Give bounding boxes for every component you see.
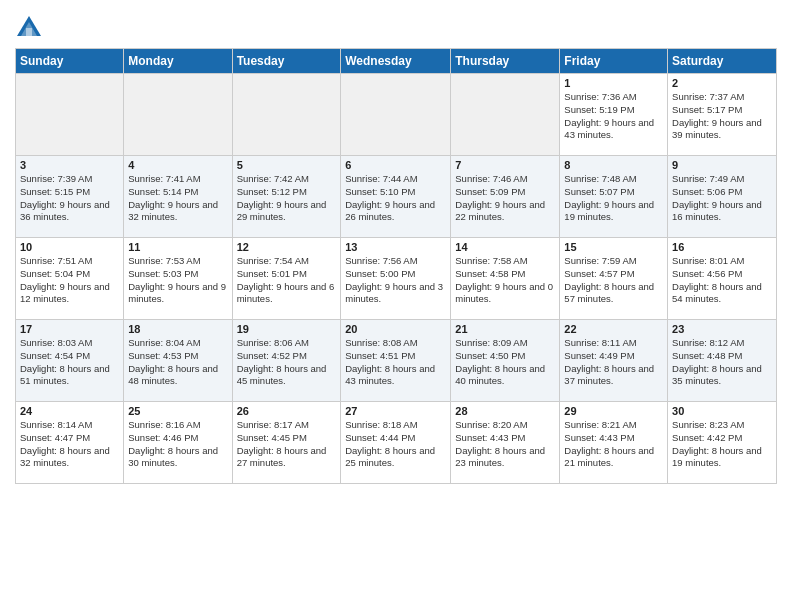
calendar-cell xyxy=(451,74,560,156)
day-info: Sunrise: 7:59 AMSunset: 4:57 PMDaylight:… xyxy=(564,255,663,306)
day-info: Sunrise: 7:36 AMSunset: 5:19 PMDaylight:… xyxy=(564,91,663,142)
day-number: 7 xyxy=(455,159,555,171)
calendar-cell xyxy=(16,74,124,156)
day-info: Sunrise: 8:12 AMSunset: 4:48 PMDaylight:… xyxy=(672,337,772,388)
calendar-cell: 15Sunrise: 7:59 AMSunset: 4:57 PMDayligh… xyxy=(560,238,668,320)
day-info: Sunrise: 8:16 AMSunset: 4:46 PMDaylight:… xyxy=(128,419,227,470)
day-number: 14 xyxy=(455,241,555,253)
day-number: 30 xyxy=(672,405,772,417)
day-info: Sunrise: 8:08 AMSunset: 4:51 PMDaylight:… xyxy=(345,337,446,388)
day-info: Sunrise: 7:48 AMSunset: 5:07 PMDaylight:… xyxy=(564,173,663,224)
day-number: 15 xyxy=(564,241,663,253)
calendar-cell: 3Sunrise: 7:39 AMSunset: 5:15 PMDaylight… xyxy=(16,156,124,238)
day-info: Sunrise: 7:54 AMSunset: 5:01 PMDaylight:… xyxy=(237,255,337,306)
day-info: Sunrise: 8:14 AMSunset: 4:47 PMDaylight:… xyxy=(20,419,119,470)
day-number: 5 xyxy=(237,159,337,171)
calendar-cell: 22Sunrise: 8:11 AMSunset: 4:49 PMDayligh… xyxy=(560,320,668,402)
day-info: Sunrise: 7:46 AMSunset: 5:09 PMDaylight:… xyxy=(455,173,555,224)
day-number: 16 xyxy=(672,241,772,253)
day-info: Sunrise: 8:06 AMSunset: 4:52 PMDaylight:… xyxy=(237,337,337,388)
day-info: Sunrise: 7:58 AMSunset: 4:58 PMDaylight:… xyxy=(455,255,555,306)
day-number: 3 xyxy=(20,159,119,171)
calendar-cell: 6Sunrise: 7:44 AMSunset: 5:10 PMDaylight… xyxy=(341,156,451,238)
col-header-tuesday: Tuesday xyxy=(232,49,341,74)
calendar-cell: 2Sunrise: 7:37 AMSunset: 5:17 PMDaylight… xyxy=(668,74,777,156)
day-info: Sunrise: 7:42 AMSunset: 5:12 PMDaylight:… xyxy=(237,173,337,224)
page-container: SundayMondayTuesdayWednesdayThursdayFrid… xyxy=(0,0,792,489)
calendar-week-4: 17Sunrise: 8:03 AMSunset: 4:54 PMDayligh… xyxy=(16,320,777,402)
calendar-cell: 11Sunrise: 7:53 AMSunset: 5:03 PMDayligh… xyxy=(124,238,232,320)
day-number: 9 xyxy=(672,159,772,171)
calendar-cell: 20Sunrise: 8:08 AMSunset: 4:51 PMDayligh… xyxy=(341,320,451,402)
day-number: 19 xyxy=(237,323,337,335)
day-info: Sunrise: 7:41 AMSunset: 5:14 PMDaylight:… xyxy=(128,173,227,224)
day-info: Sunrise: 7:51 AMSunset: 5:04 PMDaylight:… xyxy=(20,255,119,306)
col-header-saturday: Saturday xyxy=(668,49,777,74)
day-info: Sunrise: 7:49 AMSunset: 5:06 PMDaylight:… xyxy=(672,173,772,224)
day-number: 20 xyxy=(345,323,446,335)
day-number: 6 xyxy=(345,159,446,171)
day-number: 21 xyxy=(455,323,555,335)
day-info: Sunrise: 8:18 AMSunset: 4:44 PMDaylight:… xyxy=(345,419,446,470)
day-number: 17 xyxy=(20,323,119,335)
day-number: 4 xyxy=(128,159,227,171)
calendar-header-row: SundayMondayTuesdayWednesdayThursdayFrid… xyxy=(16,49,777,74)
day-info: Sunrise: 8:17 AMSunset: 4:45 PMDaylight:… xyxy=(237,419,337,470)
day-info: Sunrise: 8:01 AMSunset: 4:56 PMDaylight:… xyxy=(672,255,772,306)
calendar-cell: 9Sunrise: 7:49 AMSunset: 5:06 PMDaylight… xyxy=(668,156,777,238)
calendar-cell: 4Sunrise: 7:41 AMSunset: 5:14 PMDaylight… xyxy=(124,156,232,238)
day-number: 27 xyxy=(345,405,446,417)
day-info: Sunrise: 7:56 AMSunset: 5:00 PMDaylight:… xyxy=(345,255,446,306)
day-number: 26 xyxy=(237,405,337,417)
calendar-week-1: 1Sunrise: 7:36 AMSunset: 5:19 PMDaylight… xyxy=(16,74,777,156)
calendar-cell: 16Sunrise: 8:01 AMSunset: 4:56 PMDayligh… xyxy=(668,238,777,320)
day-info: Sunrise: 8:21 AMSunset: 4:43 PMDaylight:… xyxy=(564,419,663,470)
calendar-cell: 12Sunrise: 7:54 AMSunset: 5:01 PMDayligh… xyxy=(232,238,341,320)
calendar-cell: 28Sunrise: 8:20 AMSunset: 4:43 PMDayligh… xyxy=(451,402,560,484)
calendar-cell xyxy=(232,74,341,156)
day-number: 10 xyxy=(20,241,119,253)
calendar-cell: 25Sunrise: 8:16 AMSunset: 4:46 PMDayligh… xyxy=(124,402,232,484)
day-info: Sunrise: 7:37 AMSunset: 5:17 PMDaylight:… xyxy=(672,91,772,142)
logo-icon xyxy=(15,14,43,42)
svg-rect-2 xyxy=(26,28,32,36)
calendar-table: SundayMondayTuesdayWednesdayThursdayFrid… xyxy=(15,48,777,484)
calendar-cell: 17Sunrise: 8:03 AMSunset: 4:54 PMDayligh… xyxy=(16,320,124,402)
calendar-cell: 8Sunrise: 7:48 AMSunset: 5:07 PMDaylight… xyxy=(560,156,668,238)
day-number: 24 xyxy=(20,405,119,417)
day-number: 22 xyxy=(564,323,663,335)
calendar-cell: 19Sunrise: 8:06 AMSunset: 4:52 PMDayligh… xyxy=(232,320,341,402)
day-number: 12 xyxy=(237,241,337,253)
calendar-cell: 13Sunrise: 7:56 AMSunset: 5:00 PMDayligh… xyxy=(341,238,451,320)
day-number: 28 xyxy=(455,405,555,417)
calendar-cell: 24Sunrise: 8:14 AMSunset: 4:47 PMDayligh… xyxy=(16,402,124,484)
day-number: 25 xyxy=(128,405,227,417)
day-number: 8 xyxy=(564,159,663,171)
calendar-cell: 27Sunrise: 8:18 AMSunset: 4:44 PMDayligh… xyxy=(341,402,451,484)
calendar-cell: 14Sunrise: 7:58 AMSunset: 4:58 PMDayligh… xyxy=(451,238,560,320)
day-number: 2 xyxy=(672,77,772,89)
calendar-cell: 21Sunrise: 8:09 AMSunset: 4:50 PMDayligh… xyxy=(451,320,560,402)
col-header-monday: Monday xyxy=(124,49,232,74)
calendar-cell xyxy=(341,74,451,156)
calendar-cell: 26Sunrise: 8:17 AMSunset: 4:45 PMDayligh… xyxy=(232,402,341,484)
calendar-cell: 1Sunrise: 7:36 AMSunset: 5:19 PMDaylight… xyxy=(560,74,668,156)
col-header-sunday: Sunday xyxy=(16,49,124,74)
day-info: Sunrise: 8:20 AMSunset: 4:43 PMDaylight:… xyxy=(455,419,555,470)
calendar-cell: 10Sunrise: 7:51 AMSunset: 5:04 PMDayligh… xyxy=(16,238,124,320)
calendar-week-5: 24Sunrise: 8:14 AMSunset: 4:47 PMDayligh… xyxy=(16,402,777,484)
calendar-week-2: 3Sunrise: 7:39 AMSunset: 5:15 PMDaylight… xyxy=(16,156,777,238)
day-number: 29 xyxy=(564,405,663,417)
calendar-cell: 23Sunrise: 8:12 AMSunset: 4:48 PMDayligh… xyxy=(668,320,777,402)
day-number: 11 xyxy=(128,241,227,253)
day-number: 13 xyxy=(345,241,446,253)
day-number: 1 xyxy=(564,77,663,89)
day-info: Sunrise: 8:23 AMSunset: 4:42 PMDaylight:… xyxy=(672,419,772,470)
calendar-cell xyxy=(124,74,232,156)
col-header-wednesday: Wednesday xyxy=(341,49,451,74)
day-info: Sunrise: 8:04 AMSunset: 4:53 PMDaylight:… xyxy=(128,337,227,388)
day-info: Sunrise: 8:09 AMSunset: 4:50 PMDaylight:… xyxy=(455,337,555,388)
col-header-thursday: Thursday xyxy=(451,49,560,74)
calendar-cell: 7Sunrise: 7:46 AMSunset: 5:09 PMDaylight… xyxy=(451,156,560,238)
calendar-cell: 29Sunrise: 8:21 AMSunset: 4:43 PMDayligh… xyxy=(560,402,668,484)
